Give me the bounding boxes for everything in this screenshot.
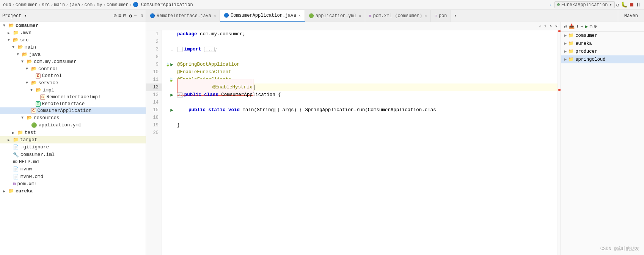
sidebar-item-helpmd[interactable]: HD HELP.md bbox=[0, 159, 146, 165]
tab-close-consumer-application[interactable]: ✕ bbox=[298, 13, 301, 18]
collapse-icon[interactable]: ⊟ bbox=[123, 13, 126, 19]
pause-icon[interactable]: ⏸ bbox=[636, 2, 641, 8]
sidebar-label-helpmd: HELP.md bbox=[19, 159, 39, 165]
sidebar-item-iml[interactable]: 🔧 comsumer.iml bbox=[0, 151, 146, 159]
maven-import-icon[interactable]: 📥 bbox=[569, 24, 575, 30]
maven-item-springcloud[interactable]: ▶ 📁 springcloud bbox=[561, 55, 644, 63]
maven-add-icon[interactable]: + bbox=[581, 24, 584, 30]
tab-pon[interactable]: m pon bbox=[431, 10, 451, 22]
debug-icon[interactable]: 🐛 bbox=[621, 2, 627, 8]
sidebar-item-service-folder[interactable]: ▼ 📂 service bbox=[0, 79, 146, 87]
run-icon-15[interactable]: ▶ bbox=[170, 107, 173, 113]
breadcrumb-active[interactable]: 🔵 ComsumerApplication bbox=[133, 2, 193, 8]
sidebar-item-resources[interactable]: ▼ 📂 resources bbox=[0, 114, 146, 121]
fold-class-icon[interactable]: ▶ bbox=[177, 92, 183, 98]
tab-remote-interface[interactable]: 🔵 RemoteInterface.java ✕ bbox=[146, 10, 220, 22]
line-num-15: 15 bbox=[146, 106, 162, 114]
stop-icon[interactable]: ⏹ bbox=[629, 2, 634, 8]
project-dropdown[interactable]: Project ▾ bbox=[2, 13, 27, 19]
sidebar-item-control-folder[interactable]: ▼ 📂 control bbox=[0, 65, 146, 72]
sidebar-item-target[interactable]: ▶ 📁 target bbox=[0, 136, 146, 143]
run-icon-9[interactable]: ▶ bbox=[170, 61, 173, 68]
nav-down[interactable]: ∨ bbox=[555, 24, 558, 28]
sidebar-item-eureka-root[interactable]: ▶ 📁 eureka bbox=[0, 187, 146, 195]
breadcrumb-part[interactable]: src bbox=[42, 2, 50, 8]
maven-download-icon[interactable]: ⬇ bbox=[576, 24, 579, 30]
code-line-9: @SpringBootApplication bbox=[177, 61, 558, 68]
tab-pom-xml[interactable]: m pom.xml (comsumer) ✕ bbox=[365, 10, 431, 22]
tab-overflow-button[interactable]: ▾ bbox=[451, 10, 460, 22]
maven-run-icon[interactable]: ▶ bbox=[585, 24, 588, 30]
maven-item-producer[interactable]: ▶ 📁 producer bbox=[561, 47, 644, 55]
sidebar-item-comsumer-root[interactable]: ▼ 📂 comsumer bbox=[0, 22, 146, 29]
sidebar-item-java[interactable]: ▼ 📂 java bbox=[0, 51, 146, 58]
sidebar-item-src[interactable]: ▼ 📂 src bbox=[0, 36, 146, 44]
tab-close-application-yml[interactable]: ✕ bbox=[359, 14, 361, 18]
sidebar-item-mvnwcmd[interactable]: 📄 mvnw.cmd bbox=[0, 173, 146, 181]
breadcrumb-part[interactable]: comsumer bbox=[107, 2, 129, 8]
maven-arrow-producer: ▶ bbox=[564, 49, 567, 54]
breadcrumb-part[interactable]: my bbox=[97, 2, 102, 8]
sidebar-item-gitignore[interactable]: 📄 .gitignore bbox=[0, 143, 146, 151]
tab-close-pom-xml[interactable]: ✕ bbox=[424, 14, 427, 18]
fold-import-icon[interactable]: − bbox=[177, 47, 183, 52]
folder-icon-comsumer: 📂 bbox=[8, 23, 14, 28]
sidebar-item-remote-interface[interactable]: I RemoteInterface bbox=[0, 101, 146, 107]
sidebar-item-remote-impl[interactable]: C RemoteInterfaceImpl bbox=[0, 94, 146, 101]
sidebar-item-main[interactable]: ▼ 📂 main bbox=[0, 44, 146, 51]
editor-scroll-area[interactable]: 1 2 3 8 9 10 11 12 13 14 15 18 19 20 … bbox=[146, 30, 561, 255]
pom-icon-tree: m bbox=[13, 181, 16, 187]
breadcrumb-sep: › bbox=[81, 2, 83, 8]
code-line-2 bbox=[177, 38, 558, 46]
settings-icon[interactable]: ⚙ bbox=[129, 13, 132, 19]
expand-arrow-mvn: ▶ bbox=[8, 31, 13, 35]
sidebar-label-pom-tree: pom.xml bbox=[17, 181, 38, 187]
maven-plugin-icon[interactable]: m bbox=[589, 24, 592, 30]
run-icon-13[interactable]: ▶ bbox=[170, 92, 173, 98]
pom-file-icon2: m bbox=[435, 14, 437, 18]
maven-item-eureka[interactable]: ▶ 📁 eureka bbox=[561, 39, 644, 47]
breadcrumb-part[interactable]: comsumer bbox=[16, 2, 38, 8]
sidebar-label-mvn: .mvn bbox=[20, 30, 31, 36]
rerun-icon[interactable]: ↺ bbox=[616, 2, 619, 8]
maven-help-icon[interactable]: ⊕ bbox=[594, 24, 597, 30]
maven-refresh-icon[interactable]: ↺ bbox=[564, 24, 567, 30]
sidebar-item-control-class[interactable]: C Control bbox=[0, 72, 146, 79]
sidebar-item-yml[interactable]: 🟢 application.yml bbox=[0, 121, 146, 129]
nav-back-icon[interactable]: ← bbox=[550, 2, 553, 8]
warning-count: ⚠ 1 bbox=[539, 24, 547, 28]
import-collapsed[interactable]: ... bbox=[204, 47, 215, 52]
tab-application-yml[interactable]: 🟢 application.yml ✕ bbox=[305, 10, 365, 22]
md-label-icon: HD bbox=[13, 160, 17, 164]
fold-icon-3[interactable]: … bbox=[171, 47, 173, 52]
sidebar-item-package[interactable]: ▼ 📂 com.my.comsumer bbox=[0, 58, 146, 65]
sort-icon[interactable]: ≡ bbox=[118, 13, 121, 19]
sidebar-item-mvnw[interactable]: 📄 mvnw bbox=[0, 165, 146, 173]
code-content[interactable]: package com.my.comsumer; − import ... ; bbox=[174, 30, 558, 255]
sidebar-label-iml: comsumer.iml bbox=[20, 152, 55, 157]
code-line-18 bbox=[177, 114, 558, 121]
sidebar-item-impl-folder[interactable]: ▼ 📂 impl bbox=[0, 87, 146, 94]
gutter-13: ▶ bbox=[162, 91, 174, 99]
sidebar-item-pom-tree[interactable]: m pom.xml bbox=[0, 181, 146, 187]
minimize-icon[interactable]: − bbox=[134, 13, 137, 19]
nav-up[interactable]: ∧ bbox=[550, 24, 552, 28]
breadcrumb-part[interactable]: oud bbox=[3, 2, 11, 8]
scope-icon[interactable]: ⊕ bbox=[113, 13, 116, 19]
line-num-12: 12 bbox=[146, 83, 162, 91]
gutter-20 bbox=[162, 129, 174, 137]
tab-close-remote-interface[interactable]: ✕ bbox=[214, 14, 216, 18]
expand-arrow-comsumer: ▼ bbox=[3, 24, 8, 28]
gutter-19 bbox=[162, 121, 174, 129]
sidebar-item-mvn[interactable]: ▶ 📁 .mvn bbox=[0, 29, 146, 36]
tab-consumer-application[interactable]: 🔵 ComsumerApplication.java ✕ bbox=[220, 10, 305, 22]
breadcrumb-part[interactable]: java bbox=[69, 2, 80, 8]
run-config-selector[interactable]: ⚙ EurekaApplication ▾ bbox=[554, 1, 615, 8]
run-config-label: EurekaApplication bbox=[561, 2, 608, 8]
sidebar-item-consumer-app[interactable]: C ComsumerApplication bbox=[0, 107, 146, 114]
breadcrumb-part[interactable]: com bbox=[84, 2, 93, 8]
sidebar-item-test[interactable]: ▶ 📁 test bbox=[0, 129, 146, 136]
breadcrumb-part[interactable]: main bbox=[54, 2, 65, 8]
maven-item-comsumer[interactable]: ▶ 📁 comsumer bbox=[561, 31, 644, 39]
run-config-icon: ⚙ bbox=[557, 2, 560, 8]
